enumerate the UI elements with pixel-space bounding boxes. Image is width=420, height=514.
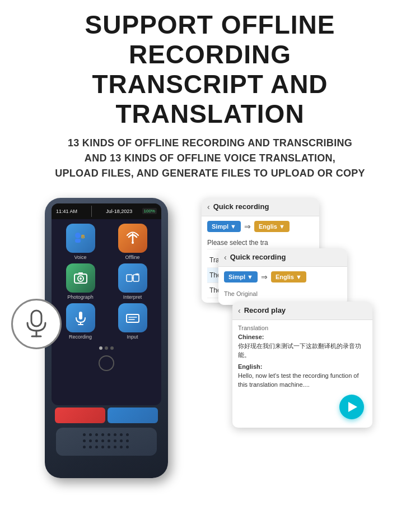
- sc1-lang-row: Simpl ▼ ⇒ Englis ▼: [207, 221, 314, 232]
- device-left-button[interactable]: [55, 408, 105, 423]
- sc1-select-text: Please select the tra: [207, 237, 314, 249]
- svg-point-6: [132, 242, 134, 244]
- sc1-title: Quick recording: [213, 202, 314, 211]
- title-line1: SUPPORT OFFLINE RECORDING: [85, 10, 335, 69]
- play-button[interactable]: [339, 395, 364, 419]
- speaker-dots: [83, 433, 130, 450]
- screenshot-card-3: ‹ Record play Translation Chinese: 你好现在我…: [232, 302, 372, 428]
- svg-point-3: [75, 233, 81, 238]
- app-input[interactable]: Input: [108, 303, 157, 340]
- app-grid: B Voice: [52, 219, 161, 344]
- app-interpret[interactable]: Interpret: [108, 263, 157, 300]
- app-interpret-label: Interpret: [123, 294, 142, 300]
- device-time: 11:41 AM: [56, 209, 77, 214]
- device-right-button[interactable]: [108, 408, 158, 423]
- app-offline-label: Offline: [125, 254, 140, 260]
- sc3-english-text: Hello, now let's test the recording func…: [238, 371, 367, 390]
- main-title: SUPPORT OFFLINE RECORDING TRANSCRIPT AND…: [17, 10, 403, 129]
- svg-rect-12: [133, 275, 139, 281]
- sc3-translation-label: Translation: [238, 325, 367, 331]
- svg-rect-10: [78, 272, 83, 275]
- subtitle-line2: AND 13 KINDS OF OFFLINE VOICE TRANSLATIO…: [85, 152, 335, 164]
- device-body: 11:41 AM Jul-18,2023 100% B: [45, 198, 168, 478]
- recording-icon: [66, 303, 95, 332]
- app-voice[interactable]: B Voice: [56, 224, 105, 260]
- offline-icon: [118, 224, 147, 253]
- sc2-body: Simpl ▼ ⇒ Englis ▼ The Original: [218, 267, 347, 305]
- sc2-lang-arrow: ⇒: [261, 272, 268, 281]
- screen-status-bar: 11:41 AM Jul-18,2023 100%: [52, 203, 161, 219]
- svg-rect-0: [31, 311, 41, 326]
- sc3-translation-section: Translation Chinese: 你好现在我们来测试一下这款翻译机的录音…: [232, 320, 372, 394]
- play-triangle-icon: [348, 402, 357, 412]
- screenshot-card-2: ‹ Quick recording Simpl ▼ ⇒ Englis ▼ The…: [218, 248, 347, 305]
- svg-text:B: B: [81, 234, 85, 239]
- sc1-lang-to[interactable]: Englis ▼: [254, 221, 290, 232]
- subtitle: 13 KINDS OF OFFLINE RECORDING AND TRANSC…: [17, 136, 403, 181]
- sc3-back-arrow[interactable]: ‹: [238, 306, 241, 315]
- sc3-chinese-label: Chinese:: [238, 334, 367, 340]
- nav-dot-3: [110, 346, 114, 350]
- sc2-back-arrow[interactable]: ‹: [224, 253, 227, 262]
- sc3-chinese-text: 你好现在我们来测试一下这款翻译机的录音功能。: [238, 341, 367, 360]
- device-screen: 11:41 AM Jul-18,2023 100% B: [52, 203, 161, 405]
- app-input-label: Input: [127, 334, 138, 340]
- sc1-lang-arrow: ⇒: [244, 222, 251, 231]
- sc2-lang-row: Simpl ▼ ⇒ Englis ▼: [224, 271, 342, 283]
- sc2-lang-to[interactable]: Englis ▼: [271, 271, 306, 283]
- subtitle-line3: UPLOAD FILES, AND GENERATE FILES TO UPLO…: [55, 168, 365, 179]
- nav-dot-1: [99, 346, 102, 350]
- screenshots-section: ‹ Quick recording Simpl ▼ ⇒ Englis ▼ Ple…: [202, 198, 403, 467]
- sc3-title: Record play: [244, 306, 367, 314]
- sc3-english-label: English:: [238, 363, 367, 370]
- home-button[interactable]: [99, 355, 114, 371]
- sc2-title: Quick recording: [230, 253, 342, 261]
- svg-point-9: [80, 277, 82, 280]
- svg-rect-11: [127, 275, 132, 281]
- app-recording-label: Recording: [69, 334, 92, 340]
- app-photograph[interactable]: Photograph: [56, 263, 105, 300]
- sc3-header: ‹ Record play: [232, 302, 372, 320]
- sc1-back-arrow[interactable]: ‹: [207, 202, 210, 211]
- app-offline[interactable]: Offline: [108, 224, 157, 260]
- subtitle-line1: 13 KINDS OF OFFLINE RECORDING AND TRANSC…: [68, 137, 352, 149]
- svg-rect-4: [75, 239, 81, 243]
- status-divider: [91, 206, 92, 217]
- mic-circle-icon: [11, 299, 62, 349]
- app-voice-label: Voice: [74, 254, 86, 260]
- sc1-header: ‹ Quick recording: [202, 198, 319, 216]
- header-section: SUPPORT OFFLINE RECORDING TRANSCRIPT AND…: [0, 0, 420, 187]
- content-area: 11:41 AM Jul-18,2023 100% B: [0, 187, 420, 478]
- nav-dot-2: [105, 346, 108, 350]
- device-speaker: [56, 428, 157, 456]
- microphone-icon: [24, 309, 49, 339]
- photo-icon: [66, 263, 95, 293]
- svg-rect-16: [127, 314, 139, 322]
- title-line2: TRANSCRIPT AND TRANSLATION: [92, 70, 328, 128]
- device-bottom-buttons: [55, 408, 158, 423]
- input-icon: [118, 303, 147, 332]
- sc2-lang-from[interactable]: Simpl ▼: [224, 271, 258, 283]
- sc2-header: ‹ Quick recording: [218, 248, 347, 267]
- app-photo-label: Photograph: [67, 294, 94, 300]
- device-section: 11:41 AM Jul-18,2023 100% B: [17, 198, 196, 478]
- nav-dots: [52, 344, 161, 352]
- page-container: SUPPORT OFFLINE RECORDING TRANSCRIPT AND…: [0, 0, 420, 514]
- sc1-lang-from[interactable]: Simpl ▼: [207, 221, 241, 232]
- voice-icon: B: [66, 224, 95, 253]
- svg-rect-13: [79, 312, 82, 319]
- sc2-the-original: The Original: [224, 287, 342, 300]
- interpret-icon: [118, 263, 147, 293]
- app-recording[interactable]: Recording: [56, 303, 105, 340]
- battery-indicator: 100%: [142, 208, 157, 214]
- device-date: Jul-18,2023: [106, 209, 132, 214]
